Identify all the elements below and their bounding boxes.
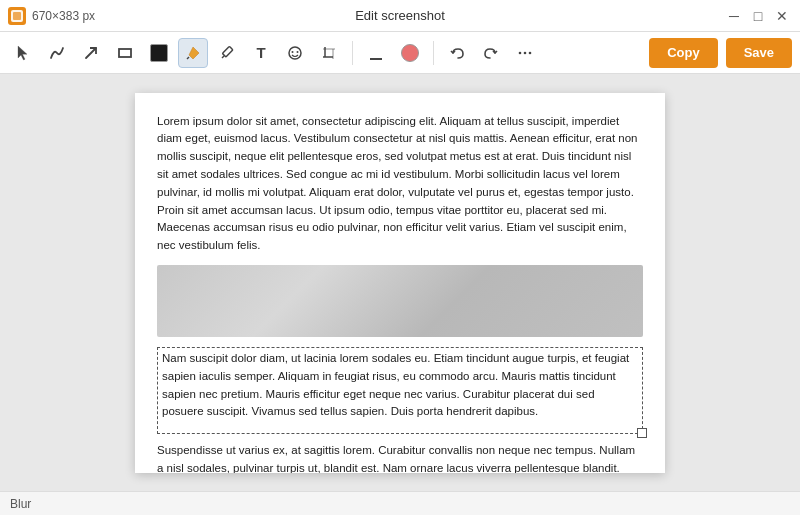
more-icon — [517, 45, 533, 61]
crop-icon — [321, 45, 337, 61]
app-icon — [8, 7, 26, 25]
window-title: Edit screenshot — [355, 8, 445, 23]
svg-point-11 — [297, 51, 299, 53]
freehand-tool-button[interactable] — [42, 38, 72, 68]
svg-point-9 — [289, 47, 301, 59]
paragraph-2: Nam suscipit dolor diam, ut lacinia lore… — [162, 350, 638, 421]
sticker-icon — [287, 45, 303, 61]
undo-button[interactable] — [442, 38, 472, 68]
rectangle-icon — [117, 45, 133, 61]
svg-rect-2 — [13, 12, 21, 20]
text-tool-button[interactable]: T — [246, 38, 276, 68]
svg-point-10 — [292, 51, 294, 53]
toolbar: T Copy Save — [0, 32, 800, 74]
title-bar: 670×383 px Edit screenshot ─ □ ✕ — [0, 0, 800, 32]
canvas-area[interactable]: Lorem ipsum dolor sit amet, consectetur … — [0, 74, 800, 491]
screenshot-container: Lorem ipsum dolor sit amet, consectetur … — [135, 93, 665, 473]
screenshot-content: Lorem ipsum dolor sit amet, consectetur … — [135, 93, 665, 473]
pointer-icon — [15, 45, 31, 61]
freehand-icon — [49, 45, 65, 61]
resize-handle[interactable] — [637, 428, 647, 438]
svg-line-6 — [187, 57, 189, 59]
svg-point-19 — [529, 51, 532, 54]
arrow-tool-button[interactable] — [76, 38, 106, 68]
arrow-icon — [83, 45, 99, 61]
svg-marker-5 — [189, 47, 199, 59]
separator-1 — [352, 41, 353, 65]
selection-border: Nam suscipit dolor diam, ut lacinia lore… — [157, 347, 643, 434]
window-controls: ─ □ ✕ — [724, 6, 792, 26]
status-bar: Blur — [0, 491, 800, 515]
copy-button[interactable]: Copy — [649, 38, 718, 68]
dimensions-label: 670×383 px — [32, 9, 95, 23]
svg-line-3 — [86, 48, 96, 58]
text-icon: T — [256, 44, 265, 61]
redo-button[interactable] — [476, 38, 506, 68]
sticker-tool-button[interactable] — [280, 38, 310, 68]
fill-color-black-button[interactable] — [144, 38, 174, 68]
minimize-button[interactable]: ─ — [724, 6, 744, 26]
pencil-icon — [219, 45, 235, 61]
highlight-icon — [185, 45, 201, 61]
rectangle-tool-button[interactable] — [110, 38, 140, 68]
undo-icon — [449, 45, 465, 61]
separator-2 — [433, 41, 434, 65]
blurred-image-region — [157, 265, 643, 337]
more-options-button[interactable] — [510, 38, 540, 68]
highlight-tool-button[interactable] — [178, 38, 208, 68]
selected-text-region: Nam suscipit dolor diam, ut lacinia lore… — [157, 347, 643, 434]
title-bar-left: 670×383 px — [8, 7, 95, 25]
line-icon — [368, 45, 384, 61]
black-swatch — [150, 44, 168, 62]
maximize-button[interactable]: □ — [748, 6, 768, 26]
svg-line-8 — [222, 56, 224, 58]
pink-swatch — [401, 44, 419, 62]
close-button[interactable]: ✕ — [772, 6, 792, 26]
pencil-tool-button[interactable] — [212, 38, 242, 68]
redo-icon — [483, 45, 499, 61]
line-tool-button[interactable] — [361, 38, 391, 68]
color-pink-button[interactable] — [395, 38, 425, 68]
crop-tool-button[interactable] — [314, 38, 344, 68]
paragraph-3: Suspendisse ut varius ex, at sagittis lo… — [157, 442, 643, 472]
save-button[interactable]: Save — [726, 38, 792, 68]
svg-point-18 — [524, 51, 527, 54]
paragraph-1: Lorem ipsum dolor sit amet, consectetur … — [157, 113, 643, 256]
status-label: Blur — [10, 497, 31, 511]
svg-rect-7 — [222, 46, 233, 57]
svg-rect-4 — [119, 49, 131, 57]
pointer-tool-button[interactable] — [8, 38, 38, 68]
svg-point-17 — [519, 51, 522, 54]
